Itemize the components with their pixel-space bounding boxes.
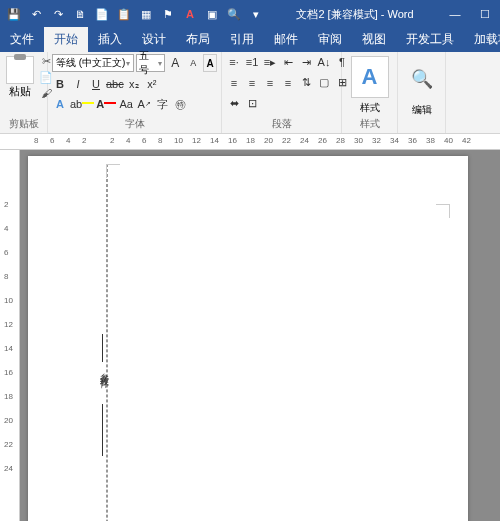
shading-button[interactable]: ▢ [316,75,332,91]
qat-new-icon[interactable]: 🗎 [70,4,90,24]
save-button[interactable]: 💾 [4,4,24,24]
qat-copy-icon[interactable]: 📋 [114,4,134,24]
font-name-select[interactable]: 等线 (中文正文)▾ [52,54,134,72]
bullets-button[interactable]: ≡· [226,54,242,70]
font-label: 字体 [52,116,217,131]
qat-table-icon[interactable]: ▣ [202,4,222,24]
paste-button[interactable]: 粘贴 [4,54,36,101]
ribbon-tabs: 文件 开始 插入 设计 布局 引用 邮件 审阅 视图 开发工具 加载项 ♀ 告诉… [0,28,500,52]
page[interactable]: 参考软件 切割 [28,156,468,521]
underline-button[interactable]: U [88,76,104,92]
styles-gallery-button[interactable]: A [351,56,389,98]
horizontal-ruler[interactable]: 86 42 24 68 1012 1416 1820 2224 2628 303… [0,134,500,150]
tab-developer[interactable]: 开发工具 [396,27,464,52]
redo-button[interactable]: ↷ [48,4,68,24]
qat-list-icon[interactable]: ▦ [136,4,156,24]
qat-font-color-icon[interactable]: A [180,4,200,24]
styles-label: 样式 [346,116,393,131]
superscript-button[interactable]: x² [144,76,160,92]
group-styles: A 样式 样式 [342,52,398,133]
tab-mailings[interactable]: 邮件 [264,27,308,52]
qat-flag-icon[interactable]: ⚑ [158,4,178,24]
group-font: 等线 (中文正文)▾ 五号▾ A A A B I U abc x₂ x² A a… [48,52,222,133]
tab-references[interactable]: 引用 [220,27,264,52]
group-clipboard: 粘贴 ✂ 📄 🖌 剪贴板 [0,52,48,133]
crop-corner-tr [436,204,450,218]
qat-customize-icon[interactable]: ▾ [246,4,266,24]
qat-search-icon[interactable]: 🔍 [224,4,244,24]
vertical-ruler[interactable]: 24 68 1012 1416 1820 2224 [0,150,20,521]
content-line [102,404,103,456]
sort-button[interactable]: A↓ [316,54,332,70]
paste-icon [6,56,34,84]
clipboard-label: 剪贴板 [4,116,43,131]
window-controls: — ☐ [440,0,500,28]
window-title: 文档2 [兼容模式] - Word [270,7,440,22]
align-center-button[interactable]: ≡ [244,75,260,91]
margin-guide-left [106,164,108,521]
font-size-select[interactable]: 五号▾ [136,54,166,72]
group-editing: 🔍 编辑 [398,52,446,133]
grow-font-button[interactable]: A [167,55,183,71]
group-paragraph: ≡· ≡1 ≡▸ ⇤ ⇥ A↓ ¶ ≡ ≡ ≡ ≡ ⇅ ▢ ⊞ ⬌ ⊡ 段落 [222,52,342,133]
tab-layout[interactable]: 布局 [176,27,220,52]
quick-access-toolbar: 💾 ↶ ↷ 🗎 📄 📋 ▦ ⚑ A ▣ 🔍 ▾ [0,4,270,24]
document-area[interactable]: 参考软件 切割 [20,150,500,521]
subscript-button[interactable]: x₂ [126,76,142,92]
distributed-button[interactable]: ⬌ [226,95,242,111]
shrink-font-button[interactable]: A [185,55,201,71]
undo-button[interactable]: ↶ [26,4,46,24]
snap-grid-button[interactable]: ⊡ [244,95,260,111]
decrease-indent-button[interactable]: ⇤ [280,54,296,70]
align-right-button[interactable]: ≡ [262,75,278,91]
content-line [102,334,103,362]
tab-addins[interactable]: 加载项 [464,27,500,52]
tab-review[interactable]: 审阅 [308,27,352,52]
phonetic-guide-button[interactable]: 字 [154,96,170,112]
character-border-button[interactable]: A [203,54,217,72]
minimize-button[interactable]: — [440,0,470,28]
editing-button[interactable]: 编辑 [402,103,441,117]
workspace: 24 68 1012 1416 1820 2224 参考软件 切割 [0,150,500,521]
crop-corner-tl [106,164,120,178]
numbering-button[interactable]: ≡1 [244,54,260,70]
increase-indent-button[interactable]: ⇥ [298,54,314,70]
line-spacing-button[interactable]: ⇅ [298,75,314,91]
text-effects-button[interactable]: A [52,96,68,112]
align-left-button[interactable]: ≡ [226,75,242,91]
maximize-button[interactable]: ☐ [470,0,500,28]
title-bar: 💾 ↶ ↷ 🗎 📄 📋 ▦ ⚑ A ▣ 🔍 ▾ 文档2 [兼容模式] - Wor… [0,0,500,28]
italic-button[interactable]: I [70,76,86,92]
styles-button-label: 样式 [346,101,393,115]
tab-view[interactable]: 视图 [352,27,396,52]
vertical-text-1: 参考软件 [98,366,111,374]
justify-button[interactable]: ≡ [280,75,296,91]
enclose-characters-button[interactable]: ㊕ [172,96,188,112]
strikethrough-button[interactable]: abc [106,76,124,92]
paragraph-label: 段落 [226,116,337,131]
paste-label: 粘贴 [9,84,31,99]
font-color-button[interactable]: A [96,96,116,112]
qat-open-icon[interactable]: 📄 [92,4,112,24]
ribbon: 粘贴 ✂ 📄 🖌 剪贴板 等线 (中文正文)▾ 五号▾ A A A B I U … [0,52,500,134]
change-case-button[interactable]: Aa [118,96,134,112]
tab-insert[interactable]: 插入 [88,27,132,52]
clear-formatting-button[interactable]: A↗ [136,96,152,112]
bold-button[interactable]: B [52,76,68,92]
highlight-button[interactable]: ab [70,96,94,112]
tab-file[interactable]: 文件 [0,27,44,52]
multilevel-button[interactable]: ≡▸ [262,54,278,70]
editing-label [402,130,441,131]
tab-home[interactable]: 开始 [44,27,88,52]
